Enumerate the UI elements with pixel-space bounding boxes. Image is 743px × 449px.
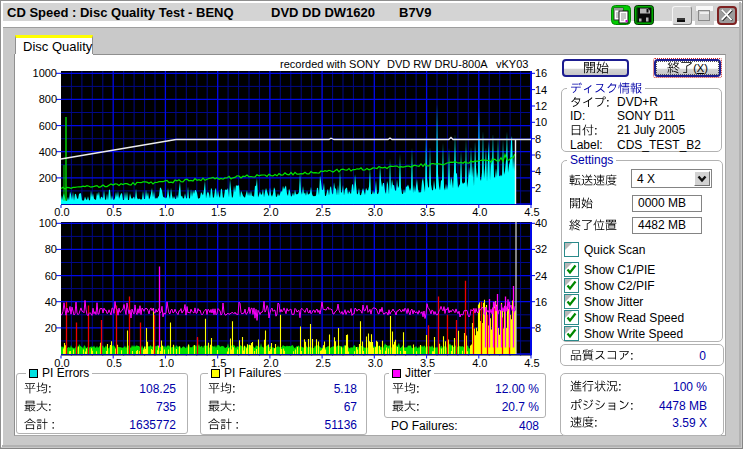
svg-text:4.0: 4.0 (472, 357, 487, 369)
svg-text:4.5: 4.5 (524, 357, 539, 369)
svg-text:8: 8 (535, 322, 541, 334)
svg-text:recorded with SONY: recorded with SONY (280, 58, 381, 70)
svg-text:60: 60 (45, 270, 57, 282)
svg-text:4: 4 (535, 165, 541, 177)
svg-text:6: 6 (535, 149, 541, 161)
svg-text:2.0: 2.0 (263, 206, 278, 218)
svg-text:DVD RW DRU-800A: DVD RW DRU-800A (387, 58, 488, 70)
svg-text:3.5: 3.5 (420, 206, 435, 218)
svg-text:2: 2 (535, 182, 541, 194)
svg-text:vKY03: vKY03 (496, 58, 528, 70)
svg-text:3.0: 3.0 (368, 357, 383, 369)
svg-text:16: 16 (535, 296, 547, 308)
svg-text:0.5: 0.5 (107, 206, 122, 218)
svg-text:20: 20 (45, 322, 57, 334)
svg-text:400: 400 (39, 146, 57, 158)
svg-text:1.5: 1.5 (211, 206, 226, 218)
svg-text:14: 14 (535, 84, 547, 96)
svg-text:10: 10 (535, 116, 547, 128)
svg-text:3.0: 3.0 (368, 206, 383, 218)
svg-text:2.5: 2.5 (315, 357, 330, 369)
svg-text:16: 16 (535, 67, 547, 79)
svg-text:32: 32 (535, 243, 547, 255)
svg-text:2.5: 2.5 (315, 206, 330, 218)
svg-text:600: 600 (39, 120, 57, 132)
svg-text:1000: 1000 (33, 67, 57, 79)
svg-text:0.0: 0.0 (54, 206, 69, 218)
svg-text:80: 80 (45, 243, 57, 255)
svg-text:12: 12 (535, 100, 547, 112)
svg-text:8: 8 (535, 133, 541, 145)
svg-text:4.5: 4.5 (524, 206, 539, 218)
svg-text:0.5: 0.5 (107, 357, 122, 369)
svg-text:40: 40 (45, 296, 57, 308)
svg-text:800: 800 (39, 93, 57, 105)
svg-text:4.0: 4.0 (472, 206, 487, 218)
svg-text:24: 24 (535, 270, 547, 282)
svg-text:200: 200 (39, 172, 57, 184)
svg-text:100: 100 (39, 217, 57, 229)
svg-text:40: 40 (535, 217, 547, 229)
svg-text:1.0: 1.0 (159, 357, 174, 369)
svg-text:1.0: 1.0 (159, 206, 174, 218)
